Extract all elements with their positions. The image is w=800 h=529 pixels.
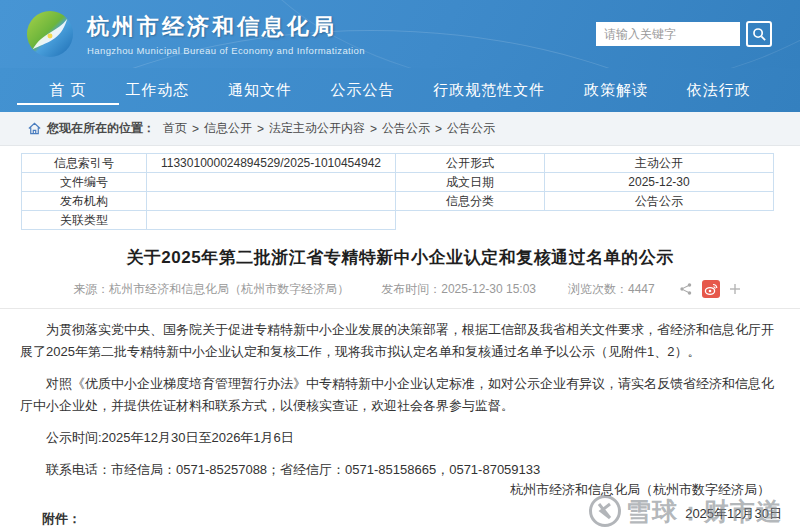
info-table: 信息索引号 113301000024894529/2025-1010454942… [21, 153, 774, 230]
site-header: 杭州市经济和信息化局 Hangzhou Municipal Bureau of … [0, 0, 800, 68]
divider [0, 308, 800, 309]
info-label: 成文日期 [396, 173, 545, 192]
info-label: 信息分类 [396, 192, 545, 211]
publish-value: 2025-12-30 15:03 [441, 282, 536, 296]
info-empty-cell [545, 211, 774, 230]
info-value [147, 192, 396, 211]
search-bar [596, 21, 772, 47]
info-value: 主动公开 [545, 154, 774, 173]
nav-item-home[interactable]: 首 页 [39, 68, 96, 112]
breadcrumb: 您现在所在的位置： 首页> 信息公开 > 法定主动公开内容 > 公告公示 > 公… [0, 112, 800, 146]
breadcrumb-info-disclosure[interactable]: 信息公开 [204, 120, 252, 137]
breadcrumb-separator: > [370, 122, 377, 136]
nav-item-regulatory-files[interactable]: 行政规范性文件 [423, 68, 555, 112]
article-publish-time: 发布时间：2025-12-30 15:03 [381, 281, 536, 298]
share-icon[interactable] [679, 282, 693, 296]
info-value [147, 173, 396, 192]
paragraph: 为贯彻落实党中央、国务院关于促进专精特新中小企业发展的决策部署，根据工信部及我省… [20, 319, 780, 363]
table-row: 发布机构 信息分类 公告公示 [22, 192, 774, 211]
info-value: 公告公示 [545, 192, 774, 211]
nav-item-law-administration[interactable]: 依法行政 [677, 68, 761, 112]
search-input[interactable] [596, 22, 740, 46]
breadcrumb-announcement[interactable]: 公告公示 [382, 120, 430, 137]
info-label: 文件编号 [22, 173, 147, 192]
plus-icon[interactable] [729, 283, 741, 295]
breadcrumb-separator: > [435, 122, 442, 136]
article-meta: 来源：杭州市经济和信息化局（杭州市数字经济局） 发布时间：2025-12-30 … [20, 280, 780, 298]
bureau-logo-icon [26, 10, 74, 58]
article-views: 浏览次数：4447 [568, 281, 655, 298]
contact-phones: 联系电话：市经信局：0571-85257088；省经信厅：0571-851586… [20, 459, 780, 481]
info-empty-cell [396, 211, 545, 230]
search-button[interactable] [746, 21, 772, 47]
nav-item-notice-files[interactable]: 通知文件 [218, 68, 302, 112]
signature-block: 杭州市经济和信息化局（杭州市数字经济局） 2025年12月30日 [510, 481, 782, 523]
table-row: 信息索引号 113301000024894529/2025-1010454942… [22, 154, 774, 173]
info-value: 113301000024894529/2025-1010454942 [147, 154, 396, 173]
info-label: 发布机构 [22, 192, 147, 211]
breadcrumb-separator: > [257, 122, 264, 136]
info-label: 信息索引号 [22, 154, 147, 173]
share-toolbar [679, 280, 741, 298]
source-label: 来源： [73, 282, 109, 296]
breadcrumb-statutory-content[interactable]: 法定主动公开内容 [269, 120, 365, 137]
views-value: 4447 [628, 282, 655, 296]
publish-label: 发布时间： [381, 282, 441, 296]
site-title-block: 杭州市经济和信息化局 Hangzhou Municipal Bureau of … [87, 12, 365, 56]
home-icon [27, 121, 42, 136]
site-branding: 杭州市经济和信息化局 Hangzhou Municipal Bureau of … [26, 10, 365, 58]
table-row: 文件编号 成文日期 2025-12-30 [22, 173, 774, 192]
breadcrumb-home[interactable]: 首页 [163, 120, 187, 137]
weibo-icon[interactable] [702, 280, 720, 298]
nav-item-work-news[interactable]: 工作动态 [115, 68, 199, 112]
article-source: 来源：杭州市经济和信息化局（杭州市数字经济局） [73, 281, 349, 298]
signature-org: 杭州市经济和信息化局（杭州市数字经济局） [510, 481, 782, 499]
info-value: 2025-12-30 [545, 173, 774, 192]
site-title: 杭州市经济和信息化局 [87, 12, 365, 42]
info-label: 公开形式 [396, 154, 545, 173]
breadcrumb-prefix: 您现在所在的位置： [47, 120, 155, 137]
signature-date: 2025年12月30日 [510, 505, 782, 523]
nav-item-announcements[interactable]: 公示公告 [321, 68, 405, 112]
article-title: 关于2025年第二批浙江省专精特新中小企业认定和复核通过名单的公示 [20, 246, 780, 269]
site-subtitle: Hangzhou Municipal Bureau of Economy and… [87, 45, 365, 56]
views-label: 浏览次数： [568, 282, 628, 296]
info-value [147, 211, 396, 230]
breadcrumb-separator: > [192, 122, 199, 136]
table-row: 关联类型 [22, 211, 774, 230]
publicity-period: 公示时间:2025年12月30日至2026年1月6日 [20, 427, 780, 449]
breadcrumb-announcement-2[interactable]: 公告公示 [447, 120, 495, 137]
paragraph: 对照《优质中小企业梯度培育管理暂行办法》中专精特新中小企业认定标准，如对公示企业… [20, 373, 780, 417]
article-page: 信息索引号 113301000024894529/2025-1010454942… [0, 146, 800, 529]
nav-item-policy-interpretation[interactable]: 政策解读 [574, 68, 658, 112]
magnifier-icon [752, 27, 767, 42]
main-nav: 首 页 工作动态 通知文件 公示公告 行政规范性文件 政策解读 依法行政 [0, 68, 800, 112]
info-label: 关联类型 [22, 211, 147, 230]
source-value: 杭州市经济和信息化局（杭州市数字经济局） [109, 282, 349, 296]
